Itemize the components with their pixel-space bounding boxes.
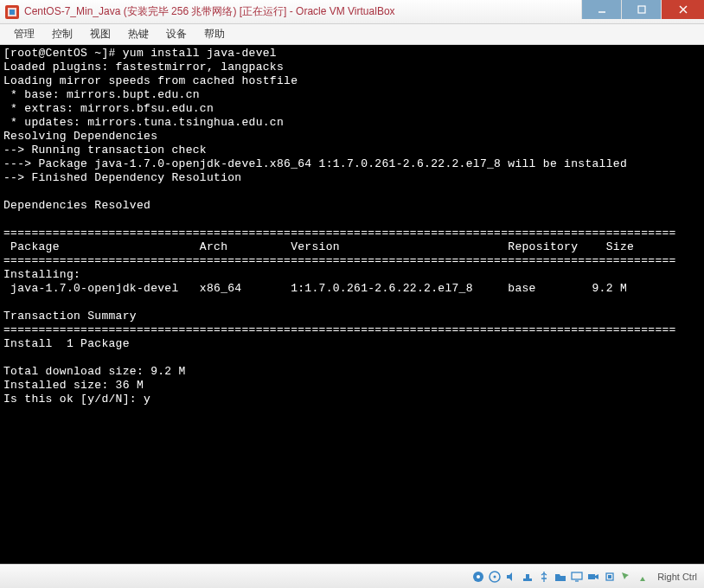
menu-help[interactable]: 帮助: [195, 27, 234, 42]
svg-rect-14: [588, 574, 595, 579]
terminal-line: Dependencies Resolved: [3, 199, 150, 212]
summary-header: Transaction Summary: [3, 310, 137, 323]
menubar: 管理 控制 视图 热键 设备 帮助: [0, 24, 704, 45]
menu-device[interactable]: 设备: [157, 27, 195, 42]
svg-point-9: [494, 575, 496, 578]
svg-rect-11: [526, 574, 529, 578]
statusbar: Right Ctrl: [0, 564, 704, 588]
terminal-line: * extras: mirrors.bfsu.edu.cn: [3, 102, 214, 115]
terminal-line: Loaded plugins: fastestmirror, langpacks: [3, 61, 284, 74]
keyboard-icon[interactable]: [636, 570, 650, 584]
minimize-button[interactable]: [581, 0, 621, 19]
svg-rect-1: [10, 10, 15, 15]
terminal-line: ---> Package java-1.7.0-openjdk-devel.x8…: [3, 157, 627, 170]
network-icon[interactable]: [521, 570, 534, 584]
svg-rect-12: [572, 572, 582, 579]
svg-rect-10: [523, 578, 532, 581]
close-button[interactable]: [661, 0, 704, 19]
audio-icon[interactable]: [504, 570, 518, 584]
recording-icon[interactable]: [586, 570, 600, 584]
svg-rect-16: [608, 575, 611, 578]
mouse-integration-icon[interactable]: [619, 570, 633, 584]
terminal-screen[interactable]: [root@CentOS ~]# yum install java-devel …: [0, 45, 704, 564]
shell-prompt: [root@CentOS ~]#: [3, 47, 123, 60]
table-divider: ========================================…: [3, 227, 676, 240]
display-icon[interactable]: [570, 570, 584, 584]
terminal-line: --> Finished Dependency Resolution: [3, 171, 241, 184]
menu-manage[interactable]: 管理: [5, 27, 43, 42]
shared-folder-icon[interactable]: [554, 570, 567, 584]
optical-drive-icon[interactable]: [488, 570, 502, 584]
menu-view[interactable]: 视图: [81, 27, 119, 42]
table-divider: ========================================…: [3, 254, 676, 267]
svg-rect-3: [638, 6, 645, 13]
terminal-line: * base: mirrors.bupt.edu.cn: [3, 88, 200, 101]
host-key-label: Right Ctrl: [657, 572, 697, 582]
terminal-line: Loading mirror speeds from cached hostfi…: [3, 74, 298, 87]
maximize-button[interactable]: [621, 0, 661, 19]
window-title: CentOS-7_Min_Java (安装完毕 256 兆带网络) [正在运行]…: [24, 4, 581, 19]
confirm-prompt: Is this ok [y/d/N]:: [3, 393, 144, 406]
table-header: Package Arch Version Repository Size: [3, 240, 634, 253]
summary-line: Installed size: 36 M: [3, 379, 144, 392]
cpu-icon[interactable]: [603, 570, 617, 584]
window-controls: [581, 0, 704, 23]
virtualbox-icon: [5, 5, 19, 19]
summary-line: Total download size: 9.2 M: [3, 365, 186, 378]
terminal-line: Resolving Dependencies: [3, 130, 157, 143]
terminal-line: * updates: mirrors.tuna.tsinghua.edu.cn: [3, 116, 284, 129]
menu-hotkey[interactable]: 热键: [119, 27, 157, 42]
usb-icon[interactable]: [537, 570, 551, 584]
terminal-line: --> Running transaction check: [3, 144, 207, 157]
hard-disk-icon[interactable]: [471, 570, 485, 584]
titlebar: CentOS-7_Min_Java (安装完毕 256 兆带网络) [正在运行]…: [0, 0, 704, 24]
table-section: Installing:: [3, 268, 80, 281]
table-divider: ========================================…: [3, 323, 676, 336]
shell-command: yum install java-devel: [123, 47, 277, 60]
summary-line: Install 1 Package: [3, 337, 130, 350]
confirm-input: y: [144, 393, 150, 406]
svg-point-7: [477, 575, 480, 578]
table-row: java-1.7.0-openjdk-devel x86_64 1:1.7.0.…: [3, 282, 627, 295]
menu-control[interactable]: 控制: [43, 27, 81, 42]
